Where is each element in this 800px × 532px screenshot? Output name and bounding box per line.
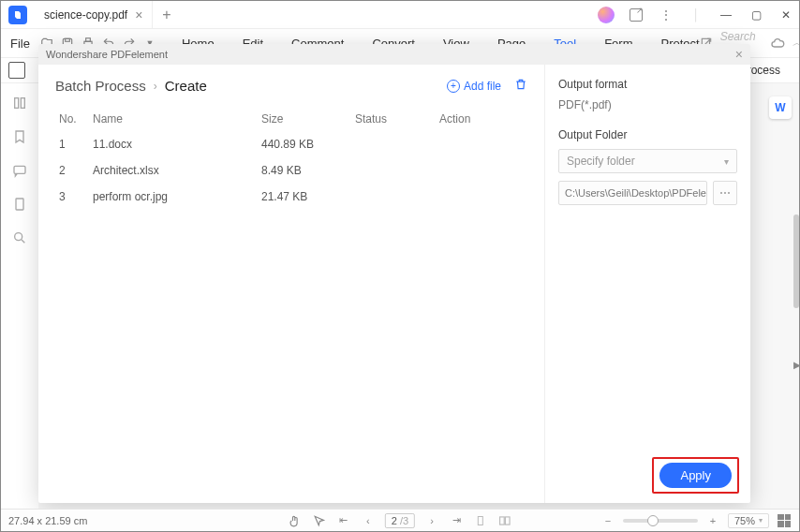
breadcrumb-current: Create [165, 78, 207, 94]
close-window-button[interactable]: ✕ [773, 2, 799, 28]
svg-rect-12 [500, 516, 505, 524]
col-action: Action [436, 107, 527, 131]
col-status: Status [351, 107, 436, 131]
next-page-icon[interactable]: › [424, 513, 439, 528]
batch-process-dialog: Wondershare PDFelement × Batch Process ›… [38, 44, 750, 503]
two-page-icon[interactable] [497, 513, 512, 528]
zoom-out-icon[interactable]: − [600, 513, 615, 528]
chevron-up-icon[interactable]: ︿ [793, 36, 799, 51]
apply-highlight: Apply [652, 457, 739, 494]
attachment-icon[interactable] [11, 196, 28, 213]
svg-rect-6 [15, 98, 19, 109]
delete-icon[interactable] [514, 78, 527, 94]
output-path-field[interactable]: C:\Users\Geili\Desktop\PDFelement\Cr [558, 181, 707, 205]
crop-icon[interactable] [8, 62, 25, 79]
output-folder-label: Output Folder [558, 128, 737, 141]
col-no: No. [55, 107, 89, 131]
svg-rect-11 [479, 516, 483, 525]
minimize-button[interactable]: — [713, 2, 739, 28]
prev-page-icon[interactable]: ‹ [361, 513, 376, 528]
col-name: Name [89, 107, 258, 131]
chevron-down-icon: ▾ [724, 156, 729, 167]
cloud-icon[interactable] [770, 36, 785, 51]
tab-close-icon[interactable]: × [135, 7, 142, 22]
apply-button[interactable]: Apply [659, 463, 732, 488]
comment-icon[interactable] [11, 162, 28, 179]
zoom-in-icon[interactable]: + [705, 513, 720, 528]
svg-rect-13 [506, 516, 511, 524]
add-file-label: Add file [464, 80, 501, 93]
fit-page-icon[interactable] [777, 513, 792, 528]
search-rail-icon[interactable] [11, 229, 28, 246]
left-rail [1, 83, 38, 509]
browse-folder-button[interactable]: ⋯ [713, 181, 737, 205]
app-logo [8, 6, 27, 24]
scrollbar[interactable] [793, 214, 799, 308]
dialog-close-button[interactable]: × [735, 47, 743, 62]
status-bar: 27.94 x 21.59 cm ⇤ ‹ 2 /3 › ⇥ − + 75%▾ [1, 509, 799, 531]
zoom-slider[interactable] [623, 519, 698, 523]
select-tool-icon[interactable] [312, 513, 327, 528]
output-format-label: Output format [558, 78, 737, 91]
page-indicator[interactable]: 2 /3 [385, 513, 415, 528]
panel-collapse-handle[interactable]: ▶ [793, 346, 800, 383]
output-folder-select[interactable]: Specify folder ▾ [558, 149, 737, 173]
document-tab-label: science-copy.pdf [44, 8, 127, 22]
divider: │ [683, 2, 709, 28]
maximize-button[interactable]: ▢ [743, 2, 769, 28]
file-menu[interactable]: File [5, 37, 36, 51]
word-export-chip[interactable]: W [769, 96, 792, 119]
new-tab-button[interactable]: + [153, 7, 180, 23]
add-file-button[interactable]: + Add file [447, 80, 501, 93]
svg-rect-7 [21, 98, 24, 109]
svg-rect-3 [86, 38, 91, 42]
table-row[interactable]: 3 perform ocr.jpg 21.47 KB [55, 184, 527, 210]
kebab-menu-icon[interactable]: ⋮ [653, 2, 679, 28]
single-page-icon[interactable] [473, 513, 488, 528]
dialog-left-pane: Batch Process › Create + Add file No. Na… [38, 65, 544, 503]
svg-rect-8 [14, 166, 25, 173]
zoom-thumb[interactable] [647, 515, 659, 526]
last-page-icon[interactable]: ⇥ [449, 513, 464, 528]
chevron-right-icon: › [154, 80, 157, 93]
assistant-orb-icon[interactable] [593, 2, 619, 28]
page-dimensions: 27.94 x 21.59 cm [8, 515, 87, 526]
file-table: No. Name Size Status Action 1 11.docx 44… [55, 107, 527, 210]
output-format-value: PDF(*.pdf) [558, 98, 737, 111]
titlebar: science-copy.pdf × + ⋮ │ — ▢ ✕ [1, 1, 799, 29]
bookmark-icon[interactable] [11, 128, 28, 145]
dialog-titlebar: Wondershare PDFelement × [38, 44, 750, 65]
first-page-icon[interactable]: ⇤ [336, 513, 351, 528]
thumbnails-icon[interactable] [11, 95, 28, 111]
svg-point-10 [15, 233, 22, 241]
svg-rect-1 [66, 38, 70, 41]
dialog-right-pane: Output format PDF(*.pdf) Output Folder S… [544, 65, 750, 503]
popout-icon[interactable] [623, 2, 649, 28]
breadcrumb-root[interactable]: Batch Process [55, 78, 146, 94]
dialog-title: Wondershare PDFelement [46, 49, 168, 60]
col-size: Size [258, 107, 351, 131]
svg-rect-9 [16, 199, 23, 210]
table-row[interactable]: 1 11.docx 440.89 KB [55, 131, 527, 157]
table-row[interactable]: 2 Architect.xlsx 8.49 KB [55, 157, 527, 184]
document-tab[interactable]: science-copy.pdf × [35, 1, 153, 29]
plus-circle-icon: + [447, 80, 460, 93]
hand-tool-icon[interactable] [288, 513, 303, 528]
zoom-percent[interactable]: 75%▾ [728, 513, 769, 528]
